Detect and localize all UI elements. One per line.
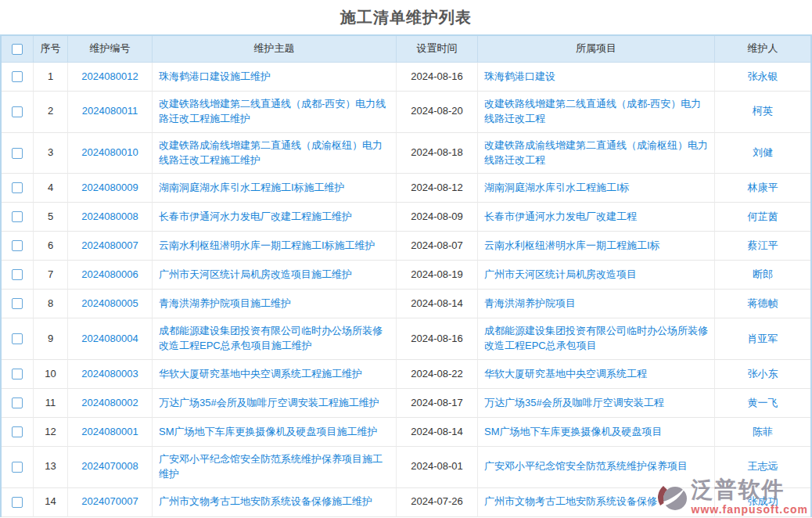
row-topic-cell: 广安邓小平纪念馆安全防范系统维护保养项目施工维护: [153, 447, 397, 488]
maintenance-topic-link[interactable]: 广州市文物考古工地安防系统设备保修施工维护: [159, 495, 372, 509]
maintenance-topic-link[interactable]: SM广场地下车库更换摄像机及硬盘项目施工维护: [159, 425, 378, 440]
row-date: 2024-08-14: [397, 290, 478, 318]
maintainer-link[interactable]: 柯英: [753, 104, 773, 119]
maintainer-link[interactable]: 张永银: [748, 70, 778, 85]
maintenance-topic-link[interactable]: 成都能源建设集团投资有限公司临时办公场所装修改造工程EPC总承包项目施工维护: [159, 324, 390, 354]
maintainer-link[interactable]: 肖亚军: [748, 332, 778, 347]
maintenance-topic-link[interactable]: 改建铁路成渝线增建第二直通线（成渝枢纽）电力线路迁改工程施工维护: [159, 138, 390, 168]
row-checkbox-cell: [2, 203, 34, 232]
maintainer-link[interactable]: 刘健: [753, 146, 773, 160]
project-link[interactable]: 万达广场35#会所及咖啡厅空调安装工程: [484, 396, 664, 411]
table-row: 1 2024080012 珠海鹤港口建设施工维护 2024-08-16 珠海鹤港…: [2, 63, 810, 92]
row-checkbox[interactable]: [12, 211, 23, 222]
maintenance-code-link[interactable]: 2024070008: [81, 459, 138, 474]
row-checkbox-cell: [2, 447, 34, 488]
row-checkbox[interactable]: [12, 462, 23, 473]
maintainer-link[interactable]: 张成功: [748, 495, 778, 509]
maintenance-code-link[interactable]: 2024080003: [81, 367, 138, 382]
row-maintainer-cell: 蔡江平: [715, 232, 810, 261]
header-maintainer: 维护人: [715, 36, 810, 63]
maintainer-link[interactable]: 黄一飞: [748, 396, 778, 411]
project-link[interactable]: 长春市伊通河水力发电厂改建工程: [484, 210, 637, 225]
maintenance-code-link[interactable]: 2024080004: [81, 332, 138, 347]
maintainer-link[interactable]: 蔡江平: [748, 239, 778, 254]
row-checkbox-cell: [2, 488, 34, 517]
project-link[interactable]: 云南水利枢纽潜明水库一期工程施工I标: [484, 239, 660, 254]
row-checkbox[interactable]: [12, 298, 23, 309]
maintenance-code-link[interactable]: 2024080010: [81, 146, 138, 160]
maintainer-link[interactable]: 陈菲: [753, 425, 773, 440]
select-all-checkbox[interactable]: [12, 44, 23, 55]
maintenance-topic-link[interactable]: 华软大厦研究基地中央空调系统工程施工维护: [159, 367, 362, 382]
row-project-cell: 成都能源建设集团投资有限公司临时办公场所装修改造工程EPC总承包项目: [478, 318, 715, 360]
row-maintainer-cell: 张永银: [715, 63, 810, 92]
row-checkbox[interactable]: [12, 497, 23, 508]
row-project-cell: 长春市伊通河水力发电厂改建工程: [478, 203, 715, 232]
project-link[interactable]: 珠海鹤港口建设: [484, 70, 555, 85]
maintenance-topic-link[interactable]: 青海洪湖养护院项目施工维护: [159, 297, 291, 311]
project-link[interactable]: 华软大厦研究基地中央空调系统工程: [484, 367, 647, 382]
row-checkbox-cell: [2, 232, 34, 261]
row-checkbox[interactable]: [12, 369, 23, 380]
row-checkbox[interactable]: [12, 106, 23, 117]
project-link[interactable]: 改建铁路线增建第二线直通线（成都-西安）电力线路迁改工程: [484, 97, 708, 127]
row-code-cell: 2024080007: [68, 232, 153, 261]
row-topic-cell: 华软大厦研究基地中央空调系统工程施工维护: [153, 360, 397, 389]
row-checkbox-cell: [2, 133, 34, 174]
header-checkbox-cell: [2, 36, 34, 63]
row-checkbox[interactable]: [12, 182, 23, 193]
maintainer-link[interactable]: 蒋德帧: [748, 297, 778, 311]
maintenance-topic-link[interactable]: 云南水利枢纽潜明水库一期工程施工I标施工维护: [159, 239, 375, 254]
row-code-cell: 2024080011: [68, 92, 153, 133]
row-maintainer-cell: 黄一飞: [715, 389, 810, 418]
table-row: 8 2024080005 青海洪湖养护院项目施工维护 2024-08-14 青海…: [2, 290, 810, 318]
row-checkbox[interactable]: [12, 269, 23, 280]
project-link[interactable]: 广州市文物考古工地安防系统设备保修: [484, 495, 657, 509]
row-maintainer-cell: 何芷茵: [715, 203, 810, 232]
maintenance-code-link[interactable]: 2024080007: [81, 239, 138, 254]
maintainer-link[interactable]: 张小东: [748, 367, 778, 382]
maintenance-code-link[interactable]: 2024080002: [81, 396, 138, 411]
maintenance-code-link[interactable]: 2024080001: [81, 425, 138, 440]
table-row: 2 2024080011 改建铁路线增建第二线直通线（成都-西安）电力线路迁改工…: [2, 92, 810, 133]
row-date: 2024-08-17: [397, 389, 478, 418]
maintenance-code-link[interactable]: 2024070007: [81, 495, 138, 509]
maintenance-code-link[interactable]: 2024080008: [81, 210, 138, 225]
maintenance-topic-link[interactable]: 珠海鹤港口建设施工维护: [159, 70, 271, 85]
maintenance-topic-link[interactable]: 改建铁路线增建第二线直通线（成都-西安）电力线路迁改工程施工维护: [159, 97, 390, 127]
maintainer-link[interactable]: 林康平: [748, 181, 778, 196]
row-project-cell: 广安邓小平纪念馆安全防范系统维护保养项目: [478, 447, 715, 488]
project-link[interactable]: 广安邓小平纪念馆安全防范系统维护保养项目: [484, 459, 688, 474]
maintenance-code-link[interactable]: 2024080009: [81, 181, 138, 196]
maintenance-topic-link[interactable]: 广州市天河区统计局机房改造项目施工维护: [159, 268, 352, 282]
project-link[interactable]: 成都能源建设集团投资有限公司临时办公场所装修改造工程EPC总承包项目: [484, 324, 708, 354]
row-index: 13: [34, 447, 68, 488]
project-link[interactable]: 青海洪湖养护院项目: [484, 297, 576, 311]
maintenance-code-link[interactable]: 2024080011: [82, 104, 138, 119]
maintenance-topic-link[interactable]: 万达广场35#会所及咖啡厅空调安装工程施工维护: [159, 396, 379, 411]
project-link[interactable]: 湖南洞庭湖水库引水工程施工I标: [484, 181, 630, 196]
maintainer-link[interactable]: 王志远: [748, 459, 778, 474]
maintainer-link[interactable]: 断郎: [753, 268, 773, 282]
project-link[interactable]: SM广场地下车库更换摄像机及硬盘项目: [484, 425, 663, 440]
maintenance-topic-link[interactable]: 长春市伊通河水力发电厂改建工程施工维护: [159, 210, 352, 225]
maintenance-topic-link[interactable]: 广安邓小平纪念馆安全防范系统维护保养项目施工维护: [159, 452, 390, 482]
row-checkbox[interactable]: [12, 333, 23, 344]
maintenance-code-link[interactable]: 2024080006: [81, 268, 138, 282]
maintenance-code-link[interactable]: 2024080005: [81, 297, 138, 311]
row-checkbox[interactable]: [12, 426, 23, 437]
row-checkbox[interactable]: [12, 240, 23, 251]
row-code-cell: 2024070008: [68, 447, 153, 488]
project-link[interactable]: 改建铁路成渝线增建第二直通线（成渝枢纽）电力线路迁改工程: [484, 138, 708, 168]
row-project-cell: 广州市天河区统计局机房改造项目: [478, 261, 715, 290]
table-row: 3 2024080010 改建铁路成渝线增建第二直通线（成渝枢纽）电力线路迁改工…: [2, 133, 810, 174]
maintenance-topic-link[interactable]: 湖南洞庭湖水库引水工程施工I标施工维护: [159, 181, 345, 196]
row-checkbox[interactable]: [12, 71, 23, 82]
maintenance-code-link[interactable]: 2024080012: [81, 70, 138, 85]
row-checkbox[interactable]: [12, 148, 23, 159]
row-topic-cell: 云南水利枢纽潜明水库一期工程施工I标施工维护: [153, 232, 397, 261]
project-link[interactable]: 广州市天河区统计局机房改造项目: [484, 268, 637, 282]
row-index: 14: [34, 488, 68, 517]
row-checkbox[interactable]: [12, 397, 23, 408]
maintainer-link[interactable]: 何芷茵: [748, 210, 778, 225]
